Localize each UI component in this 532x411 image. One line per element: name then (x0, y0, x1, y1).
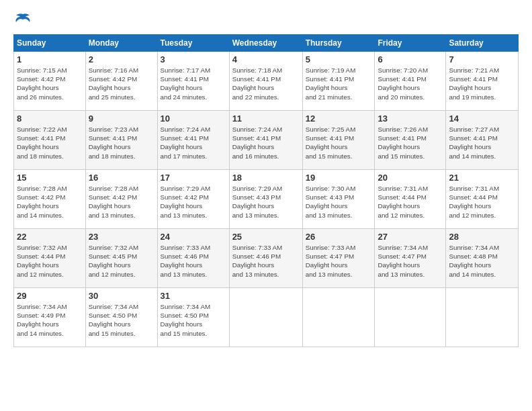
calendar-cell: 22Sunrise: 7:32 AMSunset: 4:44 PMDayligh… (14, 229, 86, 288)
day-number: 6 (378, 54, 443, 64)
day-info: Sunrise: 7:34 AMSunset: 4:48 PMDaylight … (449, 243, 515, 279)
day-number: 13 (378, 113, 443, 124)
calendar-cell (229, 288, 302, 347)
day-number: 21 (449, 173, 515, 183)
calendar-cell: 31Sunrise: 7:34 AMSunset: 4:50 PMDayligh… (157, 288, 229, 347)
logo-icon (13, 10, 32, 29)
day-info: Sunrise: 7:34 AMSunset: 4:50 PMDaylight … (89, 302, 154, 338)
day-of-week-header: Thursday (302, 35, 375, 52)
day-of-week-header: Sunday (14, 35, 86, 52)
day-info: Sunrise: 7:25 AMSunset: 4:41 PMDaylight … (306, 125, 372, 161)
calendar-cell: 1Sunrise: 7:15 AMSunset: 4:42 PMDaylight… (14, 52, 86, 111)
day-number: 26 (306, 232, 372, 242)
day-info: Sunrise: 7:27 AMSunset: 4:41 PMDaylight … (449, 125, 515, 161)
calendar-cell: 17Sunrise: 7:29 AMSunset: 4:42 PMDayligh… (157, 170, 229, 229)
day-of-week-header: Wednesday (229, 35, 302, 52)
day-info: Sunrise: 7:19 AMSunset: 4:41 PMDaylight … (306, 66, 372, 101)
day-number: 17 (161, 173, 226, 183)
calendar-cell: 2Sunrise: 7:16 AMSunset: 4:42 PMDaylight… (85, 52, 157, 111)
day-info: Sunrise: 7:21 AMSunset: 4:41 PMDaylight … (449, 66, 515, 101)
page: SundayMondayTuesdayWednesdayThursdayFrid… (0, 0, 532, 411)
day-info: Sunrise: 7:26 AMSunset: 4:41 PMDaylight … (378, 125, 443, 161)
day-number: 5 (306, 54, 372, 64)
day-info: Sunrise: 7:31 AMSunset: 4:44 PMDaylight … (378, 184, 443, 220)
day-info: Sunrise: 7:30 AMSunset: 4:43 PMDaylight … (306, 184, 372, 220)
day-of-week-header: Tuesday (157, 35, 229, 52)
calendar-cell (375, 288, 446, 347)
day-number: 8 (17, 113, 83, 124)
day-info: Sunrise: 7:33 AMSunset: 4:46 PMDaylight … (161, 243, 226, 279)
day-info: Sunrise: 7:34 AMSunset: 4:47 PMDaylight … (378, 243, 443, 279)
day-info: Sunrise: 7:24 AMSunset: 4:41 PMDaylight … (161, 125, 226, 161)
calendar-cell: 30Sunrise: 7:34 AMSunset: 4:50 PMDayligh… (85, 288, 157, 347)
day-number: 29 (17, 291, 83, 301)
calendar-cell: 7Sunrise: 7:21 AMSunset: 4:41 PMDaylight… (446, 52, 519, 111)
day-number: 14 (449, 113, 515, 124)
calendar-cell: 21Sunrise: 7:31 AMSunset: 4:44 PMDayligh… (446, 170, 519, 229)
day-info: Sunrise: 7:29 AMSunset: 4:42 PMDaylight … (161, 184, 226, 220)
calendar-cell: 5Sunrise: 7:19 AMSunset: 4:41 PMDaylight… (302, 52, 375, 111)
day-number: 11 (232, 113, 300, 124)
day-info: Sunrise: 7:33 AMSunset: 4:46 PMDaylight … (232, 243, 300, 279)
day-number: 16 (89, 173, 154, 183)
day-of-week-header: Monday (85, 35, 157, 52)
calendar-table: SundayMondayTuesdayWednesdayThursdayFrid… (13, 34, 519, 347)
calendar-cell: 23Sunrise: 7:32 AMSunset: 4:45 PMDayligh… (85, 229, 157, 288)
day-info: Sunrise: 7:15 AMSunset: 4:42 PMDaylight … (17, 66, 83, 101)
day-number: 23 (89, 232, 154, 242)
calendar-cell: 14Sunrise: 7:27 AMSunset: 4:41 PMDayligh… (446, 111, 519, 170)
day-info: Sunrise: 7:34 AMSunset: 4:50 PMDaylight … (161, 302, 226, 338)
day-number: 25 (232, 232, 300, 242)
calendar-cell: 8Sunrise: 7:22 AMSunset: 4:41 PMDaylight… (14, 111, 86, 170)
calendar-cell: 15Sunrise: 7:28 AMSunset: 4:42 PMDayligh… (14, 170, 86, 229)
calendar-cell (446, 288, 519, 347)
calendar-cell: 13Sunrise: 7:26 AMSunset: 4:41 PMDayligh… (375, 111, 446, 170)
calendar-cell: 6Sunrise: 7:20 AMSunset: 4:41 PMDaylight… (375, 52, 446, 111)
calendar-cell: 29Sunrise: 7:34 AMSunset: 4:49 PMDayligh… (14, 288, 86, 347)
calendar-cell: 24Sunrise: 7:33 AMSunset: 4:46 PMDayligh… (157, 229, 229, 288)
calendar-cell: 11Sunrise: 7:24 AMSunset: 4:41 PMDayligh… (229, 111, 302, 170)
day-number: 4 (232, 54, 300, 64)
day-info: Sunrise: 7:17 AMSunset: 4:41 PMDaylight … (161, 66, 226, 101)
day-info: Sunrise: 7:23 AMSunset: 4:41 PMDaylight … (89, 125, 154, 161)
calendar-cell: 10Sunrise: 7:24 AMSunset: 4:41 PMDayligh… (157, 111, 229, 170)
calendar-cell: 19Sunrise: 7:30 AMSunset: 4:43 PMDayligh… (302, 170, 375, 229)
day-number: 20 (378, 173, 443, 183)
calendar-cell: 28Sunrise: 7:34 AMSunset: 4:48 PMDayligh… (446, 229, 519, 288)
day-info: Sunrise: 7:32 AMSunset: 4:44 PMDaylight … (17, 243, 83, 279)
day-number: 2 (89, 54, 154, 64)
calendar-cell: 20Sunrise: 7:31 AMSunset: 4:44 PMDayligh… (375, 170, 446, 229)
day-info: Sunrise: 7:31 AMSunset: 4:44 PMDaylight … (449, 184, 515, 220)
calendar-cell: 4Sunrise: 7:18 AMSunset: 4:41 PMDaylight… (229, 52, 302, 111)
logo (13, 10, 35, 29)
calendar-cell: 16Sunrise: 7:28 AMSunset: 4:42 PMDayligh… (85, 170, 157, 229)
day-info: Sunrise: 7:28 AMSunset: 4:42 PMDaylight … (17, 184, 83, 220)
day-number: 3 (161, 54, 226, 64)
day-number: 19 (306, 173, 372, 183)
day-info: Sunrise: 7:28 AMSunset: 4:42 PMDaylight … (89, 184, 154, 220)
day-number: 7 (449, 54, 515, 64)
header (13, 10, 519, 29)
calendar-cell: 27Sunrise: 7:34 AMSunset: 4:47 PMDayligh… (375, 229, 446, 288)
day-info: Sunrise: 7:20 AMSunset: 4:41 PMDaylight … (378, 66, 443, 101)
day-number: 1 (17, 54, 83, 64)
day-number: 10 (161, 113, 226, 124)
day-number: 28 (449, 232, 515, 242)
day-info: Sunrise: 7:24 AMSunset: 4:41 PMDaylight … (232, 125, 300, 161)
day-number: 24 (161, 232, 226, 242)
day-number: 30 (89, 291, 154, 301)
day-of-week-header: Saturday (446, 35, 519, 52)
day-info: Sunrise: 7:18 AMSunset: 4:41 PMDaylight … (232, 66, 300, 101)
calendar-cell: 12Sunrise: 7:25 AMSunset: 4:41 PMDayligh… (302, 111, 375, 170)
calendar-cell: 9Sunrise: 7:23 AMSunset: 4:41 PMDaylight… (85, 111, 157, 170)
day-info: Sunrise: 7:32 AMSunset: 4:45 PMDaylight … (89, 243, 154, 279)
day-number: 9 (89, 113, 154, 124)
calendar-cell (302, 288, 375, 347)
day-number: 15 (17, 173, 83, 183)
day-info: Sunrise: 7:33 AMSunset: 4:47 PMDaylight … (306, 243, 372, 279)
calendar-cell: 18Sunrise: 7:29 AMSunset: 4:43 PMDayligh… (229, 170, 302, 229)
day-of-week-header: Friday (375, 35, 446, 52)
calendar-cell: 25Sunrise: 7:33 AMSunset: 4:46 PMDayligh… (229, 229, 302, 288)
day-number: 18 (232, 173, 300, 183)
day-number: 27 (378, 232, 443, 242)
